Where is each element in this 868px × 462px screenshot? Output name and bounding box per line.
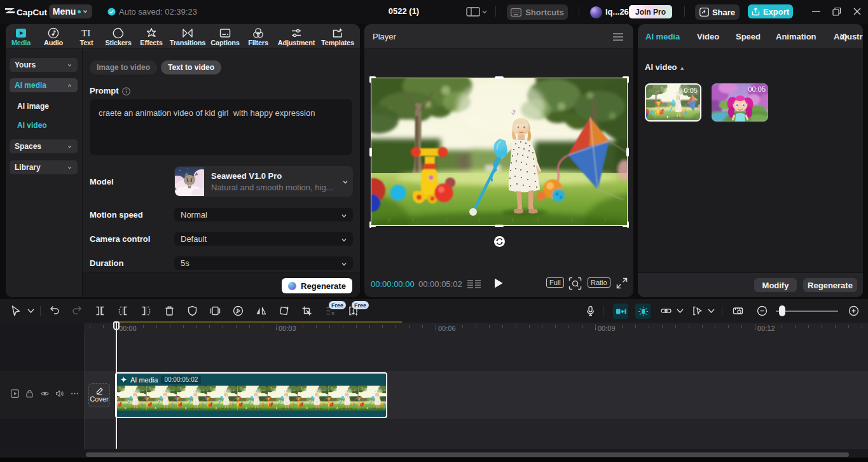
- svg-text:CapCut: CapCut: [17, 8, 47, 17]
- svg-text:TI: TI: [81, 28, 90, 38]
